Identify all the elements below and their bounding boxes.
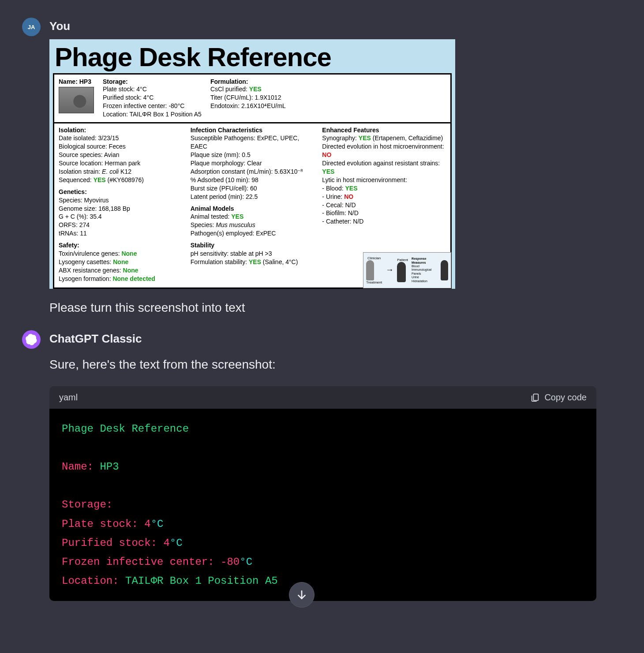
- openai-logo-icon: [26, 334, 37, 345]
- user-avatar-initials: JA: [28, 24, 35, 30]
- assistant-content: ChatGPT Classic Sure, here's the text fr…: [49, 330, 622, 601]
- code-body[interactable]: Phage Desk Reference Name: HP3 Storage: …: [49, 409, 596, 601]
- screenshot-inset-diagram: Clinician Treatment → Patient Response M…: [363, 252, 451, 288]
- assistant-message: ChatGPT Classic Sure, here's the text fr…: [22, 330, 622, 601]
- user-content: You Phage Desk Reference Name: HP3 Stora…: [49, 18, 622, 317]
- code-lang-label: yaml: [59, 392, 78, 403]
- scroll-down-button[interactable]: [289, 582, 315, 608]
- screenshot-title: Phage Desk Reference: [49, 39, 455, 73]
- copy-code-button[interactable]: Copy code: [530, 392, 587, 403]
- code-block: yaml Copy code Phage Desk Reference Name…: [49, 386, 596, 601]
- user-message: JA You Phage Desk Reference Name: HP3 St…: [22, 18, 622, 317]
- attached-screenshot: Phage Desk Reference Name: HP3 Storage: …: [49, 39, 455, 289]
- screenshot-card: Name: HP3 Storage: Plate stock: 4°C Puri…: [53, 73, 452, 289]
- user-avatar: JA: [22, 18, 41, 36]
- assistant-sender-label: ChatGPT Classic: [49, 332, 622, 346]
- user-sender-label: You: [49, 19, 622, 33]
- user-prompt-text: Please turn this screenshot into text: [49, 299, 622, 317]
- phage-thumbnail: [59, 87, 94, 113]
- assistant-intro-text: Sure, here's the text from the screensho…: [49, 355, 622, 374]
- code-header: yaml Copy code: [49, 386, 596, 409]
- arrow-down-icon: [296, 589, 307, 601]
- assistant-avatar: [22, 330, 41, 349]
- svg-rect-0: [534, 394, 539, 401]
- clipboard-icon: [530, 392, 540, 402]
- copy-code-label: Copy code: [544, 392, 587, 403]
